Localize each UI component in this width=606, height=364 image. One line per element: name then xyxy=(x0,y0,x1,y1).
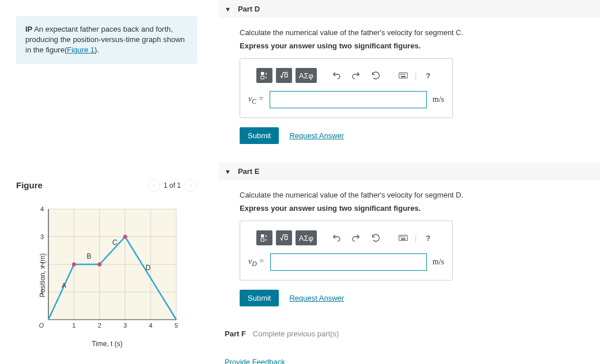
collapse-icon: ▼ xyxy=(225,168,231,175)
svg-rect-34 xyxy=(399,73,408,78)
part-e-submit-button[interactable]: Submit xyxy=(240,290,279,306)
svg-point-37 xyxy=(403,74,404,74)
svg-point-49 xyxy=(405,236,406,237)
radical-button[interactable] xyxy=(276,68,292,83)
svg-rect-50 xyxy=(402,238,406,239)
svg-rect-29 xyxy=(261,72,264,75)
part-e-unit: m/s xyxy=(433,257,444,267)
svg-text:a: a xyxy=(265,238,267,241)
svg-point-47 xyxy=(402,236,402,237)
svg-text:2: 2 xyxy=(98,322,101,329)
part-f: Part F Complete previous part(s) xyxy=(219,325,600,343)
part-d: ▼ Part D Calculate the numerical value o… xyxy=(219,0,600,150)
part-d-request-answer-link[interactable]: Request Answer xyxy=(289,131,344,140)
part-e-variable: vD = xyxy=(248,257,264,268)
svg-text:4: 4 xyxy=(149,322,153,329)
svg-point-36 xyxy=(402,74,402,74)
svg-point-22 xyxy=(72,262,76,266)
figure-nav-text: 1 of 1 xyxy=(164,181,181,189)
figure-nav: ‹ 1 of 1 › xyxy=(147,179,197,192)
svg-text:B: B xyxy=(87,252,92,260)
svg-text:3: 3 xyxy=(40,233,44,240)
position-time-chart: Position, x (m) 123451234OABCD Time, t (… xyxy=(32,203,197,348)
reset-button[interactable] xyxy=(368,230,384,245)
part-d-instruction: Calculate the numerical value of the fat… xyxy=(240,28,588,37)
part-e-header[interactable]: ▼ Part E xyxy=(219,162,600,180)
reset-button[interactable] xyxy=(368,68,384,83)
part-d-variable: vC = xyxy=(248,94,264,105)
part-d-label: Part D xyxy=(238,5,260,13)
svg-point-24 xyxy=(123,234,127,238)
svg-text:x: x xyxy=(265,71,267,75)
redo-button[interactable] xyxy=(348,68,364,83)
figure-prev-button[interactable]: ‹ xyxy=(147,179,160,192)
svg-text:A: A xyxy=(62,281,66,289)
svg-point-46 xyxy=(400,236,401,237)
template-button[interactable]: xa xyxy=(256,230,272,245)
keyboard-button[interactable] xyxy=(395,230,411,245)
part-d-header[interactable]: ▼ Part D xyxy=(219,0,600,18)
part-e-hint: Express your answer using two significan… xyxy=(240,204,588,213)
part-d-unit: m/s xyxy=(433,95,444,104)
svg-text:x: x xyxy=(265,234,267,238)
part-e: ▼ Part E Calculate the numerical value o… xyxy=(219,162,600,312)
problem-statement: IP An expectant father paces back and fo… xyxy=(16,16,197,64)
provide-feedback-link[interactable]: Provide Feedback xyxy=(225,358,285,364)
radical-button[interactable] xyxy=(276,230,292,245)
redo-button[interactable] xyxy=(348,230,364,245)
part-e-request-answer-link[interactable]: Request Answer xyxy=(289,294,344,302)
template-button[interactable]: xa xyxy=(256,68,272,83)
svg-point-35 xyxy=(400,74,401,74)
svg-point-38 xyxy=(405,74,406,74)
svg-text:5: 5 xyxy=(175,322,178,329)
chart-xlabel: Time, t (s) xyxy=(32,340,182,348)
svg-text:4: 4 xyxy=(40,206,44,213)
part-f-msg: Complete previous part(s) xyxy=(253,329,339,338)
svg-rect-44 xyxy=(285,236,287,239)
svg-rect-40 xyxy=(261,234,264,237)
svg-text:a: a xyxy=(265,75,267,79)
answer-toolbar: xa ΑΣφ xyxy=(248,230,444,245)
help-button[interactable]: ? xyxy=(420,230,436,245)
collapse-icon: ▼ xyxy=(225,6,231,13)
part-d-submit-button[interactable]: Submit xyxy=(240,127,279,144)
svg-rect-45 xyxy=(399,235,408,240)
part-e-answer-box: xa ΑΣφ xyxy=(240,221,453,280)
svg-text:1: 1 xyxy=(72,322,75,329)
svg-rect-30 xyxy=(261,76,264,79)
figure-next-button[interactable]: › xyxy=(184,179,197,192)
svg-rect-41 xyxy=(261,238,264,241)
greek-button[interactable]: ΑΣφ xyxy=(296,230,317,245)
part-d-answer-input[interactable] xyxy=(270,91,427,108)
part-f-label: Part F xyxy=(225,329,246,338)
svg-text:D: D xyxy=(146,263,151,271)
help-button[interactable]: ? xyxy=(420,68,436,83)
problem-text: An expectant father paces back and forth… xyxy=(25,25,185,54)
problem-prefix: IP xyxy=(25,25,32,33)
figure-title: Figure xyxy=(16,180,43,190)
undo-button[interactable] xyxy=(328,68,344,83)
svg-text:C: C xyxy=(112,238,118,247)
part-d-hint: Express your answer using two significan… xyxy=(240,41,588,50)
keyboard-button[interactable] xyxy=(395,68,411,83)
part-e-answer-input[interactable] xyxy=(270,253,427,271)
svg-point-48 xyxy=(403,236,404,237)
greek-button[interactable]: ΑΣφ xyxy=(296,68,317,83)
svg-point-23 xyxy=(97,262,101,266)
part-e-instruction: Calculate the numerical value of the fat… xyxy=(240,191,588,199)
part-e-label: Part E xyxy=(238,167,260,176)
svg-rect-39 xyxy=(402,76,406,77)
figure-link[interactable]: Figure 1 xyxy=(67,46,94,54)
answer-toolbar: xa ΑΣφ xyxy=(248,68,444,83)
undo-button[interactable] xyxy=(328,230,344,245)
svg-text:3: 3 xyxy=(123,322,127,329)
part-d-answer-box: xa ΑΣφ xyxy=(240,58,453,118)
chart-ylabel: Position, x (m) xyxy=(39,253,47,298)
svg-rect-33 xyxy=(285,74,287,77)
svg-text:O: O xyxy=(39,322,44,329)
